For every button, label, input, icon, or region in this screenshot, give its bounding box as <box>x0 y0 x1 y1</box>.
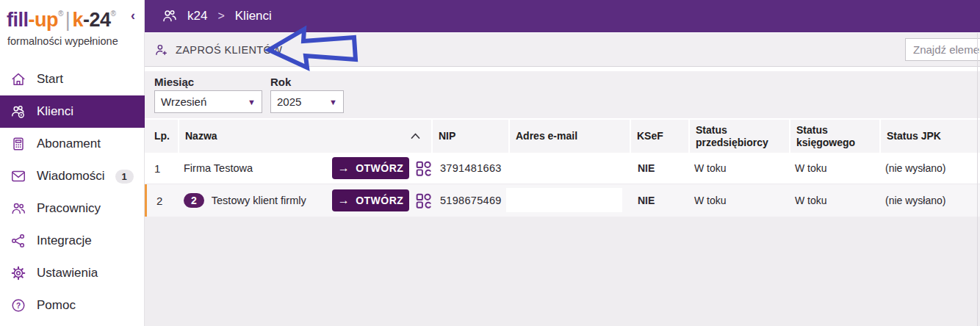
col-header-nazwa[interactable]: Nazwa <box>178 120 431 153</box>
calculator-icon <box>10 136 26 152</box>
help-icon: ? <box>10 297 26 314</box>
cell-name: 2 Testowy klient firmly → OTWÓRZ <box>178 184 431 217</box>
sidebar: fill-up®|k-24® formalności wypełnione ‹ … <box>0 0 145 326</box>
year-select[interactable]: 2025 ▼ <box>270 90 344 113</box>
brand-tagline: formalności wypełnione <box>7 35 118 47</box>
col-header-email[interactable]: Adres e-mail <box>508 120 630 153</box>
sidebar-collapse-chevron[interactable]: ‹ <box>131 8 135 23</box>
month-select-value: Wrzesień <box>161 95 206 108</box>
sidebar-item-label: Ustawienia <box>37 266 98 280</box>
chevron-down-icon: ▼ <box>248 98 256 106</box>
client-name: Firma Testowa <box>184 162 253 174</box>
cell-status-przedsiebiorcy: W toku <box>688 184 789 217</box>
cell-status-przedsiebiorcy: W toku <box>688 153 789 184</box>
sidebar-item-pomoc[interactable]: ? Pomoc <box>0 289 145 322</box>
sidebar-item-integracje[interactable]: Integracje <box>0 225 145 257</box>
open-button[interactable]: → OTWÓRZ <box>332 157 409 179</box>
search-input[interactable] <box>905 38 980 61</box>
cell-ksef: NIE <box>630 153 688 184</box>
invite-clients-label: ZAPROŚ KLIENTÓW <box>176 44 282 56</box>
cell-status-jpk: (nie wysłano) <box>879 184 980 217</box>
content-background <box>145 217 980 326</box>
unread-count-badge: 1 <box>115 170 134 184</box>
arrow-right-icon: → <box>338 194 350 207</box>
open-button-label: OTWÓRZ <box>356 162 403 174</box>
cell-ksef: NIE <box>630 184 688 217</box>
filter-band: Miesiąc Wrzesień ▼ Rok 2025 ▼ <box>145 71 980 118</box>
sidebar-item-label: Start <box>37 72 63 87</box>
registered-mark: ® <box>110 10 115 18</box>
sidebar-item-pracownicy[interactable]: Pracownicy <box>0 192 145 225</box>
registered-mark: ® <box>58 10 63 18</box>
col-header-lp[interactable]: Lp. <box>145 120 178 153</box>
main-content: k24 > Klienci ZAPROŚ KLIENTÓW Miesiąc Wr… <box>145 0 980 326</box>
year-filter-label: Rok <box>270 76 291 88</box>
sidebar-item-ustawienia[interactable]: Ustawienia <box>0 257 145 289</box>
col-header-ksef[interactable]: KSeF <box>630 120 688 153</box>
sidebar-item-start[interactable]: Start <box>0 63 145 95</box>
breadcrumb-page[interactable]: Klienci <box>235 9 272 23</box>
table-header-row: Lp. Nazwa NIP Adres e-mail KSeF Status p… <box>145 120 980 153</box>
sidebar-item-wiadomosci[interactable]: Wiadomości 1 <box>0 160 145 192</box>
col-header-status-ksiegowego[interactable]: Status księgowego <box>789 120 879 153</box>
redacted-email-box <box>506 188 622 212</box>
breadcrumb-separator: > <box>216 10 226 23</box>
open-button[interactable]: → OTWÓRZ <box>332 189 409 211</box>
sidebar-item-label: Pomoc <box>37 298 76 313</box>
apps-grid-icon[interactable] <box>414 192 433 212</box>
sidebar-item-label: Klienci <box>37 104 73 119</box>
col-header-status-przedsiebiorcy[interactable]: Status przedsiębiorcy <box>688 120 789 153</box>
cell-nip: 3791481663 <box>431 153 508 184</box>
client-name: Testowy klient firmly <box>212 195 306 206</box>
logo-k: k <box>72 9 83 31</box>
cell-name: Firma Testowa → OTWÓRZ <box>178 153 431 184</box>
sidebar-item-label: Integracje <box>37 233 92 248</box>
sidebar-item-label: Pracownicy <box>37 201 101 216</box>
col-header-nip[interactable]: NIP <box>431 120 508 153</box>
gear-icon <box>10 265 26 281</box>
svg-text:?: ? <box>16 302 21 310</box>
notification-count-badge: 2 <box>184 193 204 208</box>
apps-grid-icon[interactable] <box>414 159 433 180</box>
cell-status-ksiegowego: W toku <box>789 153 879 184</box>
sort-asc-icon[interactable] <box>410 130 421 142</box>
breadcrumb-app[interactable]: k24 <box>187 9 207 23</box>
year-select-value: 2025 <box>277 95 301 108</box>
home-icon <box>10 71 26 87</box>
logo-separator: | <box>63 9 73 31</box>
cell-nip: 5198675469 <box>431 184 508 217</box>
cell-status-ksiegowego: W toku <box>789 184 879 217</box>
panel-edge-divider <box>977 33 978 326</box>
cell-lp: 2 <box>147 184 178 217</box>
table-row[interactable]: 1 Firma Testowa → OTWÓRZ 3791481663 NIE … <box>145 153 980 184</box>
month-select[interactable]: Wrzesień ▼ <box>154 90 262 113</box>
logo-fill: fill <box>7 9 29 31</box>
invite-clients-button[interactable]: ZAPROŚ KLIENTÓW <box>154 33 282 66</box>
col-header-nazwa-label: Nazwa <box>185 130 217 142</box>
cell-email <box>508 184 630 217</box>
logo-24: -24 <box>83 9 111 31</box>
table-row[interactable]: 2 2 Testowy klient firmly → OTWÓRZ 51986… <box>145 184 980 217</box>
sidebar-item-label: Wiadomości <box>37 169 105 184</box>
toolbar: ZAPROŚ KLIENTÓW <box>145 33 980 67</box>
arrow-right-icon: → <box>338 162 350 175</box>
cell-status-jpk: (nie wysłano) <box>879 153 980 184</box>
sidebar-item-abonament[interactable]: Abonament <box>0 128 145 160</box>
brand-logo: fill-up®|k-24® <box>7 9 115 32</box>
month-filter-label: Miesiąc <box>154 76 194 88</box>
cell-email <box>508 153 630 184</box>
breadcrumb-bar: k24 > Klienci <box>145 0 980 32</box>
employees-icon <box>10 200 26 217</box>
integrations-icon <box>10 233 26 249</box>
sidebar-item-label: Abonament <box>37 137 101 151</box>
open-button-label: OTWÓRZ <box>356 195 403 206</box>
clients-icon <box>10 104 26 120</box>
sidebar-nav: Start Klienci Abonament Wiadomości 1 Pra… <box>0 63 145 322</box>
clients-group-icon <box>161 7 179 25</box>
col-header-status-jpk[interactable]: Status JPK <box>879 120 980 153</box>
logo-up: -up <box>29 9 58 31</box>
sidebar-item-klienci[interactable]: Klienci <box>0 95 145 128</box>
envelope-icon <box>10 168 26 184</box>
chevron-down-icon: ▼ <box>329 98 337 106</box>
app-window: fill-up®|k-24® formalności wypełnione ‹ … <box>0 0 980 326</box>
